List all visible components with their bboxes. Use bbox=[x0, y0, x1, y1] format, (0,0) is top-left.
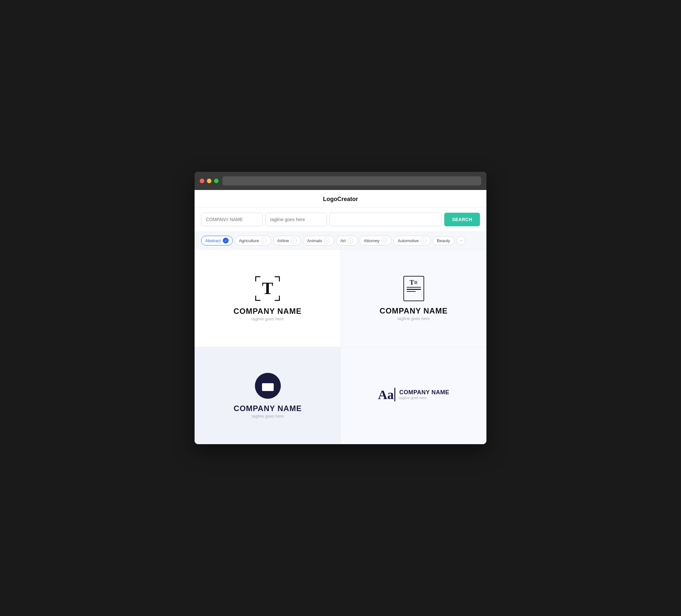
logo4-tagline: tagline goes here bbox=[399, 396, 449, 400]
doc-t-letter: T≡ bbox=[409, 279, 418, 286]
aa-letters: Aa bbox=[378, 388, 395, 401]
category-chip-animals[interactable]: Animals ✓ bbox=[303, 236, 334, 246]
close-button[interactable] bbox=[200, 179, 204, 183]
category-chip-automotive[interactable]: Automotive ✓ bbox=[393, 236, 431, 246]
category-label: Agriculture bbox=[239, 238, 259, 243]
category-check-automotive: ✓ bbox=[421, 238, 426, 243]
logo2-company-name: COMPANY NAME bbox=[380, 306, 448, 315]
category-check-agriculture: ✓ bbox=[261, 238, 267, 243]
category-check-attorney: ✓ bbox=[381, 238, 387, 243]
browser-content: LogoCreator SEARCH Abstract ✓ Agricultur… bbox=[195, 190, 486, 444]
browser-chrome bbox=[195, 172, 486, 190]
bracket-top-left bbox=[255, 276, 260, 281]
category-label: Attorney bbox=[364, 238, 379, 243]
category-label: Animals bbox=[307, 238, 322, 243]
traffic-lights bbox=[200, 179, 219, 183]
cursor-icon bbox=[394, 388, 395, 401]
logo-card-2[interactable]: T≡ COMPANY NAME tagline goes here bbox=[340, 250, 486, 347]
doc-lines bbox=[407, 287, 421, 292]
app-title: LogoCreator bbox=[323, 196, 358, 202]
category-check-animals: ✓ bbox=[324, 238, 330, 243]
bracket-bottom-right bbox=[275, 296, 280, 301]
t-bracket-icon: T bbox=[255, 276, 280, 302]
doc-line-2 bbox=[407, 289, 421, 290]
minimize-button[interactable] bbox=[207, 179, 211, 183]
category-filters: Abstract ✓ Agriculture ✓ Airline ✓ Anima… bbox=[195, 232, 486, 250]
category-check-abstract: ✓ bbox=[223, 238, 229, 243]
category-chip-art[interactable]: Art ✓ bbox=[336, 236, 358, 246]
logo-card-1[interactable]: T COMPANY NAME tagline goes here bbox=[195, 250, 340, 347]
color-input[interactable] bbox=[329, 213, 442, 226]
logo1-company-name: COMPANY NAME bbox=[233, 307, 302, 316]
search-bar: SEARCH bbox=[195, 207, 486, 232]
bracket-top-right bbox=[275, 276, 280, 281]
category-next-button[interactable]: → bbox=[456, 236, 465, 245]
logo4-company-name: COMPANY NAME bbox=[399, 389, 449, 396]
document-icon: T≡ bbox=[403, 276, 424, 301]
category-label: Abstract bbox=[205, 238, 221, 243]
category-chip-attorney[interactable]: Attorney ✓ bbox=[360, 236, 392, 246]
category-label: Beauty bbox=[437, 238, 450, 243]
category-check-art: ✓ bbox=[348, 238, 353, 243]
logo4-text-group: COMPANY NAME tagline goes here bbox=[399, 389, 449, 400]
logo3-company-name: COMPANY NAME bbox=[234, 404, 302, 413]
address-bar[interactable] bbox=[223, 176, 481, 185]
app-header: LogoCreator bbox=[195, 190, 486, 207]
category-label: Art bbox=[340, 238, 346, 243]
browser-window: LogoCreator SEARCH Abstract ✓ Agricultur… bbox=[195, 172, 486, 444]
folder-svg bbox=[261, 379, 275, 393]
category-label: Airline bbox=[277, 238, 289, 243]
aa-cursor-icon: Aa COMPANY NAME tagline goes here bbox=[378, 388, 449, 401]
folder-circle-icon bbox=[255, 373, 281, 399]
logo-card-3[interactable]: COMPANY NAME tagline goes here bbox=[195, 347, 340, 444]
t-letter: T bbox=[262, 280, 273, 297]
category-label: Automotive bbox=[398, 238, 419, 243]
logo3-tagline: tagline goes here bbox=[252, 414, 284, 418]
category-chip-beauty[interactable]: Beauty bbox=[433, 236, 454, 245]
doc-line-3 bbox=[407, 291, 416, 292]
category-chip-agriculture[interactable]: Agriculture ✓ bbox=[235, 236, 271, 246]
svg-rect-1 bbox=[263, 385, 273, 390]
search-button[interactable]: SEARCH bbox=[444, 213, 480, 226]
category-chip-abstract[interactable]: Abstract ✓ bbox=[201, 236, 233, 246]
logo-grid: T COMPANY NAME tagline goes here T≡ COMP… bbox=[195, 250, 486, 444]
maximize-button[interactable] bbox=[214, 179, 219, 183]
tagline-input[interactable] bbox=[265, 213, 327, 226]
category-chip-airline[interactable]: Airline ✓ bbox=[273, 236, 301, 246]
logo1-tagline: tagline goes here bbox=[251, 316, 284, 321]
logo-card-4[interactable]: Aa COMPANY NAME tagline goes here bbox=[340, 347, 486, 444]
doc-line-1 bbox=[407, 287, 421, 288]
category-check-airline: ✓ bbox=[291, 238, 297, 243]
bracket-bottom-left bbox=[255, 296, 260, 301]
company-name-input[interactable] bbox=[201, 213, 263, 226]
logo2-tagline: tagline goes here bbox=[398, 316, 430, 321]
